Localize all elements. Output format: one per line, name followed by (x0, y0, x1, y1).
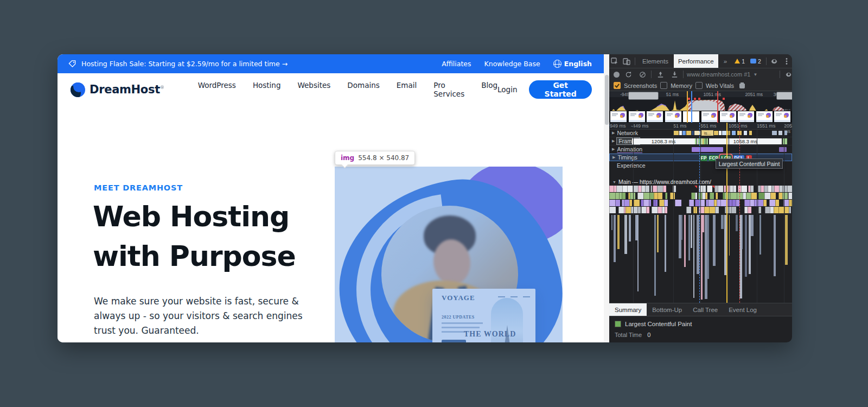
nav-item-pro-services[interactable]: Pro Services (433, 81, 464, 98)
tab-summary[interactable]: Summary (609, 303, 647, 316)
knowledge-base-link[interactable]: Knowledge Base (484, 60, 540, 68)
load-profile-icon[interactable] (655, 69, 666, 79)
load-marker-line (739, 123, 740, 303)
flame-segment (710, 193, 714, 199)
flame-segment (646, 207, 650, 213)
nav-item-email[interactable]: Email (397, 81, 417, 98)
memory-checkbox[interactable] (660, 82, 667, 89)
expand-arrow-icon[interactable]: ▶ (612, 139, 615, 143)
screenshot-thumbnail[interactable] (647, 111, 663, 122)
settings-gear-icon[interactable] (769, 56, 780, 66)
warnings-badge[interactable]: 1 (732, 58, 747, 65)
flame-segment (748, 207, 752, 213)
more-tabs-chevron[interactable]: » (719, 54, 731, 68)
nav-item-domains[interactable]: Domains (347, 81, 379, 98)
fp-badge[interactable]: FP (700, 155, 707, 161)
flame-segment (746, 193, 751, 199)
flame-segment (741, 186, 747, 192)
kebab-menu-icon[interactable] (781, 56, 792, 66)
issues-badge[interactable]: 2 (748, 58, 763, 65)
affiliates-link[interactable]: Affiliates (442, 60, 471, 68)
thumb-text-line (612, 113, 618, 115)
flame-segment (618, 207, 624, 213)
thumb-orange-dot (766, 115, 769, 118)
target-selector[interactable]: www.dreamhost.com #1▼ (687, 71, 757, 78)
nav-item-hosting[interactable]: Hosting (253, 81, 281, 98)
flame-segment (750, 186, 754, 192)
flame-segment (663, 186, 666, 192)
flame-segment (758, 207, 761, 213)
inspect-element-icon[interactable] (609, 56, 620, 66)
tab-elements[interactable]: Elements (638, 54, 673, 68)
screenshot-thumbnail[interactable] (756, 111, 773, 122)
tab-call-tree[interactable]: Call Tree (687, 303, 723, 316)
device-toolbar-icon[interactable] (621, 56, 632, 66)
flame-segment (641, 186, 646, 192)
call-stack-column (745, 215, 747, 277)
animation-bar[interactable] (779, 147, 787, 152)
tab-event-log[interactable]: Event Log (723, 303, 762, 316)
flame-segment (730, 193, 737, 199)
language-selector[interactable]: English (553, 60, 592, 68)
network-request-chip[interactable]: is... (701, 130, 713, 136)
flame-segment (637, 207, 641, 213)
network-request-bar (686, 131, 691, 135)
expand-arrow-icon[interactable]: ▶ (612, 155, 615, 160)
scrollbar-thumb[interactable] (605, 75, 609, 125)
tab-bottom-up[interactable]: Bottom-Up (647, 303, 687, 316)
collapse-arrow-icon[interactable]: ▼ (612, 180, 616, 184)
flame-segment (615, 200, 620, 206)
capture-settings-gear-icon[interactable] (783, 69, 792, 79)
delete-recording-icon[interactable] (739, 82, 745, 88)
thumb-text-line (703, 115, 707, 116)
screenshot-thumbnail[interactable] (665, 111, 681, 122)
screenshot-thumbnail[interactable] (774, 111, 790, 122)
screenshot-thumbnail[interactable] (629, 111, 645, 122)
screenshot-thumbnail[interactable] (610, 111, 627, 122)
thumb-text-line (648, 115, 653, 116)
promo-banner[interactable]: Hosting Flash Sale: Starting at $2.59/mo… (58, 54, 604, 73)
flame-segment (789, 207, 792, 213)
screenshot-filmstrip[interactable] (609, 111, 792, 123)
screenshot-thumbnail[interactable] (720, 111, 736, 122)
summary-total-row: Total Time 0 (609, 331, 792, 339)
main-navigation: DreamHost® WordPress Hosting Websites Do… (58, 73, 604, 106)
tag-icon (68, 60, 76, 68)
flame-segment (704, 207, 709, 213)
window-handle-left[interactable] (628, 92, 659, 100)
network-request-bar (719, 131, 722, 135)
window-handle-right[interactable] (776, 92, 792, 100)
nav-item-websites[interactable]: Websites (298, 81, 331, 98)
frame-duration-bar[interactable]: 1058.3 ms (709, 138, 782, 144)
save-profile-icon[interactable] (669, 69, 680, 79)
login-link[interactable]: Login (497, 85, 517, 94)
screenshots-checkbox[interactable] (614, 82, 621, 89)
lcp-marker-line (726, 123, 727, 303)
long-task-corner (712, 186, 714, 188)
dreamhost-logo-icon[interactable] (71, 82, 85, 97)
tab-performance[interactable]: Performance (674, 54, 718, 68)
call-stack-column (736, 215, 738, 231)
flame-segment (787, 186, 792, 192)
screenshot-thumbnail[interactable] (701, 111, 718, 122)
nav-item-wordpress[interactable]: WordPress (198, 81, 236, 98)
animation-bar[interactable] (692, 147, 723, 152)
expand-arrow-icon[interactable]: ▶ (612, 131, 615, 135)
flame-segment (764, 186, 768, 192)
brand-name[interactable]: DreamHost® (90, 83, 164, 96)
nav-item-blog[interactable]: Blog (481, 81, 497, 98)
long-task-corner (694, 186, 697, 188)
call-stack-column (749, 215, 750, 274)
screenshot-thumbnail[interactable] (738, 111, 754, 122)
clear-icon[interactable] (637, 69, 648, 79)
reload-and-record-icon[interactable] (623, 69, 634, 79)
frame-duration-bar[interactable]: 1208.3 ms (632, 138, 695, 144)
long-task-marker (688, 98, 690, 100)
page-scrollbar[interactable] (604, 54, 609, 342)
flame-segment (652, 207, 658, 213)
record-button[interactable] (614, 72, 620, 78)
nav-get-started-button[interactable]: Get Started (529, 80, 592, 99)
web-vitals-checkbox[interactable] (695, 82, 703, 89)
expand-arrow-icon[interactable]: ▶ (612, 147, 615, 151)
flame-segment (631, 207, 637, 213)
